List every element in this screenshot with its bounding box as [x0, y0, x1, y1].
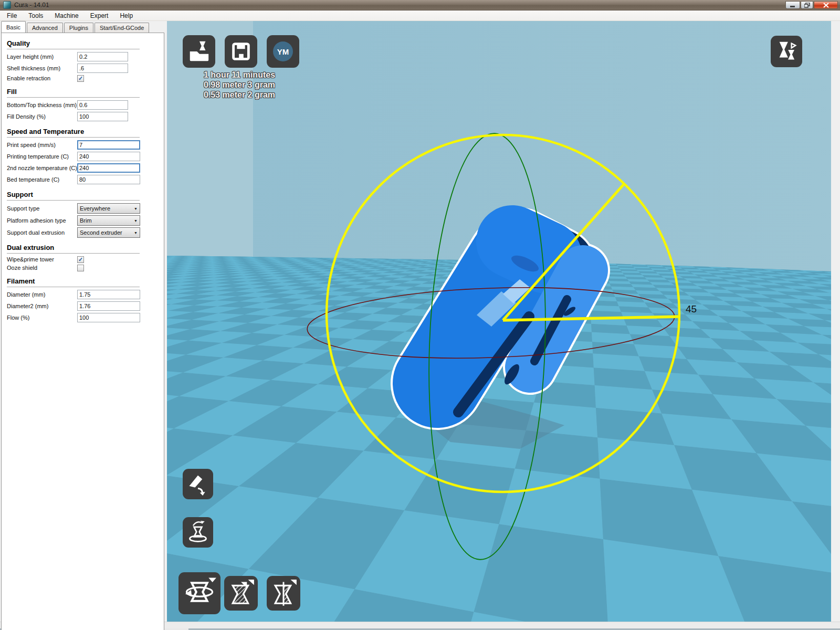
setting-row-support-type: Support typeEverywhere▼ — [7, 202, 164, 214]
estimate-filament-2: 0.53 meter 2 gram — [204, 90, 275, 99]
setting-checkbox-wipe-prime-tower[interactable]: ✓ — [77, 256, 84, 263]
view-mode-icon — [774, 39, 799, 64]
setting-label: Diameter (mm) — [7, 291, 77, 298]
restore-icon — [804, 3, 810, 8]
setting-input-shell-thickness-mm[interactable] — [77, 64, 128, 73]
setting-checkbox-enable-retraction[interactable]: ✓ — [77, 75, 84, 82]
settings-section-fill: FillBottom/Top thickness (mm)Fill Densit… — [7, 88, 164, 122]
section-title: Fill — [7, 88, 140, 98]
setting-row-platform-adhesion-type: Platform adhesion typeBrim▼ — [7, 214, 164, 226]
setting-checkbox-ooze-shield[interactable] — [77, 265, 84, 271]
setting-input-print-speed-mm-s[interactable] — [77, 140, 140, 150]
select-value: Everywhere — [80, 205, 110, 212]
save-toolpath-button[interactable] — [225, 35, 257, 68]
section-title: Support — [7, 191, 140, 201]
tab-plugins[interactable]: Plugins — [64, 23, 93, 33]
setting-input-flow[interactable] — [77, 313, 140, 322]
viewport-3d[interactable]: 1 hour 11 minutes 0.98 meter 3 gram 0.53… — [167, 21, 831, 622]
setting-row-print-speed-mm-s: Print speed (mm/s) — [7, 139, 164, 151]
setting-row-shell-thickness-mm: Shell thickness (mm) — [7, 62, 164, 74]
load-model-icon — [187, 39, 211, 64]
setting-label: Flow (%) — [7, 314, 77, 321]
tab-basic[interactable]: Basic — [1, 21, 26, 33]
model-3d[interactable] — [437, 242, 583, 412]
svg-text:YM: YM — [277, 47, 289, 56]
tab-advanced[interactable]: Advanced — [27, 23, 63, 33]
app-icon — [3, 1, 11, 9]
setting-row-fill-density: Fill Density (%) — [7, 111, 164, 122]
settings-column: Basic Advanced Plugins Start/End-GCode Q… — [0, 21, 167, 622]
setting-label: Shell thickness (mm) — [7, 65, 77, 71]
setting-input-layer-height-mm[interactable] — [77, 52, 128, 61]
settings-section-dual-extrusion: Dual extrusionWipe&prime tower✓Ooze shie… — [7, 244, 164, 272]
setting-row-layer-height-mm: Layer height (mm) — [7, 51, 164, 62]
setting-select-support-type[interactable]: Everywhere▼ — [77, 203, 140, 214]
lay-flat-button[interactable] — [183, 517, 213, 548]
rotate-tool-button[interactable] — [178, 572, 220, 614]
settings-section-speed-and-temperature: Speed and TemperaturePrint speed (mm/s)P… — [7, 128, 164, 185]
setting-label: Support dual extrusion — [7, 229, 77, 236]
setting-label: Layer height (mm) — [7, 54, 77, 60]
setting-input-fill-density[interactable] — [77, 112, 128, 121]
setting-row-bed-temperature-c: Bed temperature (C) — [7, 174, 164, 185]
section-title: Quality — [7, 39, 140, 49]
setting-row-2nd-nozzle-temperature-c: 2nd nozzle temperature (C) — [7, 162, 164, 174]
setting-input-diameter-mm[interactable] — [77, 290, 140, 299]
setting-label: Diameter2 (mm) — [7, 303, 77, 309]
menu-tools[interactable]: Tools — [23, 11, 49, 20]
estimate-time: 1 hour 11 minutes — [204, 70, 275, 79]
section-title: Dual extrusion — [7, 244, 140, 254]
setting-input-bottom-top-thickness-mm[interactable] — [77, 100, 128, 110]
rotate-reset-button[interactable] — [183, 469, 213, 499]
setting-label: Ooze shield — [7, 265, 77, 271]
close-icon — [823, 3, 829, 8]
lay-flat-icon — [186, 521, 209, 544]
settings-section-filament: FilamentDiameter (mm)Diameter2 (mm)Flow … — [7, 277, 164, 323]
view-mode-button[interactable] — [771, 36, 802, 67]
setting-label: Platform adhesion type — [7, 217, 77, 224]
chevron-down-icon: ▼ — [134, 219, 138, 223]
tab-bar: Basic Advanced Plugins Start/End-GCode — [1, 22, 150, 33]
load-model-button[interactable] — [183, 35, 215, 68]
setting-label: Wipe&prime tower — [7, 256, 77, 262]
scale-tool-button[interactable] — [224, 576, 258, 611]
scale-tool-icon — [228, 580, 254, 607]
setting-label: Enable retraction — [7, 75, 77, 81]
setting-select-platform-adhesion-type[interactable]: Brim▼ — [77, 215, 140, 226]
setting-input-bed-temperature-c[interactable] — [77, 175, 140, 184]
close-button[interactable] — [814, 1, 838, 9]
setting-input-2nd-nozzle-temperature-c[interactable] — [77, 163, 140, 173]
share-youmagine-button[interactable]: YM — [267, 35, 299, 68]
window-title: Cura - 14.01 — [14, 2, 49, 9]
settings-section-quality: QualityLayer height (mm)Shell thickness … — [7, 39, 164, 82]
maximize-button[interactable] — [801, 1, 813, 9]
setting-row-flow: Flow (%) — [7, 312, 164, 323]
mirror-tool-button[interactable] — [267, 576, 300, 611]
setting-row-printing-temperature-c: Printing temperature (C) — [7, 151, 164, 162]
chevron-down-icon: ▼ — [134, 231, 138, 235]
mirror-tool-icon — [270, 580, 297, 607]
save-icon — [229, 39, 253, 64]
menu-file[interactable]: File — [1, 11, 23, 20]
menu-machine[interactable]: Machine — [49, 11, 84, 20]
setting-row-ooze-shield: Ooze shield — [7, 264, 164, 272]
minimize-button[interactable] — [785, 1, 800, 9]
title-bar: Cura - 14.01 — [0, 0, 840, 10]
setting-input-diameter2-mm[interactable] — [77, 301, 140, 311]
estimate-filament-1: 0.98 meter 3 gram — [204, 80, 275, 89]
youmagine-icon: YM — [269, 37, 297, 66]
setting-row-enable-retraction: Enable retraction✓ — [7, 74, 164, 82]
setting-input-printing-temperature-c[interactable] — [77, 152, 140, 161]
menu-bar: File Tools Machine Expert Help — [0, 10, 840, 21]
setting-select-support-dual-extrusion[interactable]: Second extruder▼ — [77, 227, 140, 238]
section-title: Filament — [7, 277, 140, 287]
minimize-icon — [790, 3, 795, 7]
section-title: Speed and Temperature — [7, 128, 140, 138]
setting-label: Printing temperature (C) — [7, 153, 77, 160]
setting-label: Fill Density (%) — [7, 113, 77, 120]
print-estimates: 1 hour 11 minutes 0.98 meter 3 gram 0.53… — [204, 70, 275, 100]
menu-help[interactable]: Help — [114, 11, 139, 20]
tab-start-end-gcode[interactable]: Start/End-GCode — [94, 23, 149, 33]
menu-expert[interactable]: Expert — [85, 11, 114, 20]
right-gutter — [831, 21, 840, 622]
